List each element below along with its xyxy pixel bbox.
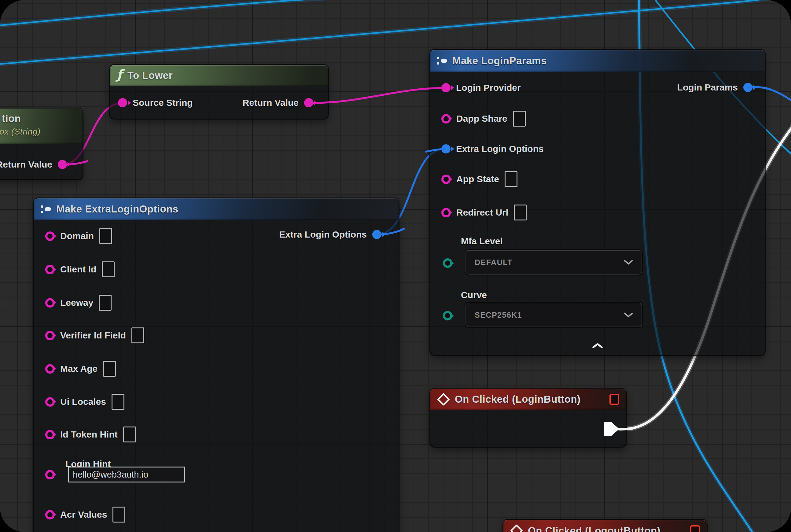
chevron-up-icon (592, 343, 604, 349)
return-value-pin[interactable] (58, 160, 67, 169)
pin-row: Return Value (243, 94, 313, 112)
login-provider-pin[interactable] (441, 83, 450, 92)
extra-login-options-input-pin[interactable] (441, 144, 450, 153)
input-pin-label: Source String (133, 97, 193, 108)
input-pin-label: Acr Values (60, 509, 107, 520)
input-pin-label: Ui Locales (60, 397, 106, 407)
node-title-bar[interactable]: Make ExtraLoginOptions (34, 198, 399, 220)
redirect-url-checkbox[interactable] (514, 205, 527, 221)
node-title-bar[interactable]: Make LoginParams (430, 50, 765, 72)
pin-row: Acr Values (45, 506, 125, 524)
output-pin-label: Login Params (677, 82, 738, 93)
event-diamond-icon (510, 524, 523, 532)
input-pin-label: Max Age (60, 363, 97, 374)
collapse-node-button[interactable] (592, 343, 604, 350)
node-title-bar[interactable]: ƒ To Lower (110, 65, 328, 86)
source-string-pin[interactable] (118, 98, 127, 107)
pin-row: Domain (45, 227, 112, 245)
login-params-output-pin[interactable] (743, 83, 752, 92)
event-bind-icon[interactable] (610, 394, 619, 405)
acr-values-checkbox[interactable] (113, 507, 125, 522)
node-subtitle-fragment: ox (String) (0, 127, 41, 137)
client-id-pin[interactable] (45, 265, 55, 274)
return-value-pin[interactable] (304, 98, 313, 107)
verifier-id-field-pin[interactable] (45, 331, 55, 340)
id-token-hint-pin[interactable] (45, 430, 55, 439)
domain-checkbox[interactable] (99, 228, 112, 244)
node-title-bar[interactable]: On Clicked (LogoutButton) (503, 520, 707, 532)
app-state-pin[interactable] (441, 175, 451, 184)
pin-row: Source String (118, 94, 193, 112)
input-pin-label: Dapp Share (456, 113, 507, 124)
make-struct-icon (41, 205, 51, 214)
leeway-pin[interactable] (45, 298, 55, 308)
mfa-level-dropdown[interactable]: DEFAULT (465, 250, 642, 274)
max-age-pin[interactable] (45, 364, 55, 374)
wire-pink-tolower-to-loginprovider[interactable] (311, 88, 446, 103)
output-pin-label: Return Value (243, 97, 298, 108)
input-pin-label: Domain (60, 231, 94, 241)
leeway-checkbox[interactable] (99, 295, 112, 311)
exec-output-pin[interactable] (603, 422, 621, 436)
input-pin-label: Redirect Url (456, 207, 508, 218)
ui-locales-checkbox[interactable] (112, 394, 124, 410)
client-id-checkbox[interactable] (102, 261, 115, 277)
node-title: Make ExtraLoginOptions (56, 203, 178, 215)
pin-row: Client Id (45, 260, 115, 279)
blueprint-graph-canvas[interactable]: tion ox (String) Return Value ƒ To Lower… (0, 0, 791, 532)
node-title: On Clicked (LoginButton) (455, 394, 581, 405)
curve-dropdown[interactable]: SECP256K1 (465, 303, 642, 327)
input-pin-label: Login Provider (456, 82, 521, 93)
pin-row: Ui Locales (45, 393, 124, 411)
input-pin-label: Id Token Hint (60, 429, 118, 440)
pin-row: App State (441, 170, 518, 188)
node-to-lower[interactable]: ƒ To Lower Source String Return Value (110, 65, 328, 119)
function-f-icon: ƒ (117, 68, 122, 81)
event-bind-icon[interactable] (690, 525, 700, 532)
pin-row: Return Value (0, 155, 67, 174)
app-state-checkbox[interactable] (505, 171, 518, 187)
dapp-share-checkbox[interactable] (513, 111, 526, 127)
node-title-bar[interactable]: On Clicked (LoginButton) (430, 388, 626, 410)
pin-row: Extra Login Options (279, 225, 382, 244)
login-hint-input[interactable]: hello@web3auth.io (68, 467, 185, 482)
id-token-hint-checkbox[interactable] (123, 426, 136, 442)
dapp-share-pin[interactable] (441, 114, 451, 124)
node-title: Make LoginParams (452, 55, 547, 66)
curve-pin[interactable] (443, 311, 452, 320)
pin-row: Redirect Url (441, 203, 527, 222)
mfa-level-value: DEFAULT (475, 258, 513, 267)
pin-row: Verifier Id Field (45, 326, 144, 345)
pin-row: Id Token Hint (45, 425, 136, 444)
ui-locales-pin[interactable] (45, 397, 55, 407)
node-on-clicked-login-button[interactable]: On Clicked (LoginButton) (430, 388, 626, 447)
node-partial-function[interactable]: tion ox (String) Return Value (0, 109, 82, 179)
pin-row: hello@web3auth.io (45, 466, 185, 484)
event-diamond-icon (437, 393, 450, 405)
pin-row: Max Age (45, 360, 116, 378)
output-pin-label: Return Value (0, 159, 52, 170)
node-title-fragment: tion (2, 113, 21, 125)
pin-row: Login Provider (441, 79, 521, 97)
output-pin-label: Extra Login Options (279, 229, 367, 240)
mfa-level-pin[interactable] (443, 258, 452, 268)
node-title: On Clicked (LogoutButton) (528, 525, 660, 532)
acr-values-pin[interactable] (45, 510, 55, 519)
login-hint-pin[interactable] (45, 470, 55, 479)
input-pin-label: App State (456, 174, 499, 184)
node-make-login-params[interactable]: Make LoginParams Login Provider Login Pa… (430, 50, 765, 355)
domain-pin[interactable] (45, 231, 55, 241)
wire-glow (0, 0, 336, 26)
node-make-extra-login-options[interactable]: Make ExtraLoginOptions Domain Extra Logi… (34, 198, 399, 532)
node-on-clicked-logout-button[interactable]: On Clicked (LogoutButton) (503, 520, 707, 532)
curve-label: Curve (461, 290, 487, 300)
pin-row: Login Params (677, 78, 752, 97)
node-title-bar[interactable]: tion ox (String) (0, 109, 82, 144)
verifier-id-field-checkbox[interactable] (131, 327, 144, 343)
extra-login-options-output-pin[interactable] (372, 230, 382, 239)
node-title: To Lower (128, 70, 173, 81)
redirect-url-pin[interactable] (441, 208, 451, 217)
max-age-checkbox[interactable] (103, 361, 116, 377)
input-pin-label: Client Id (60, 264, 96, 274)
input-pin-label: Extra Login Options (456, 144, 544, 154)
